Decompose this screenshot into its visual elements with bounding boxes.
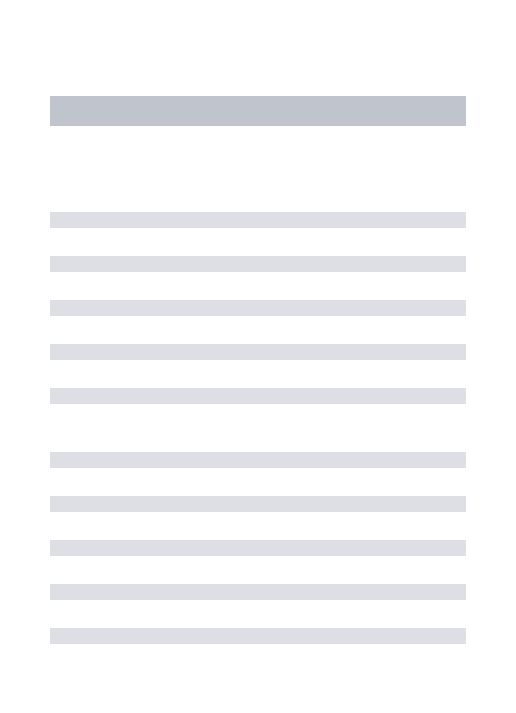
text-line-placeholder xyxy=(50,300,466,316)
text-line-placeholder xyxy=(50,212,466,228)
header-placeholder-bar xyxy=(50,96,466,126)
text-line-placeholder xyxy=(50,496,466,512)
paragraph-section-2 xyxy=(50,452,466,644)
text-line-placeholder xyxy=(50,584,466,600)
text-line-placeholder xyxy=(50,540,466,556)
text-line-placeholder xyxy=(50,628,466,644)
paragraph-section-1 xyxy=(50,212,466,404)
text-line-placeholder xyxy=(50,388,466,404)
text-line-placeholder xyxy=(50,452,466,468)
text-line-placeholder xyxy=(50,344,466,360)
page-container xyxy=(0,0,516,713)
text-line-placeholder xyxy=(50,256,466,272)
